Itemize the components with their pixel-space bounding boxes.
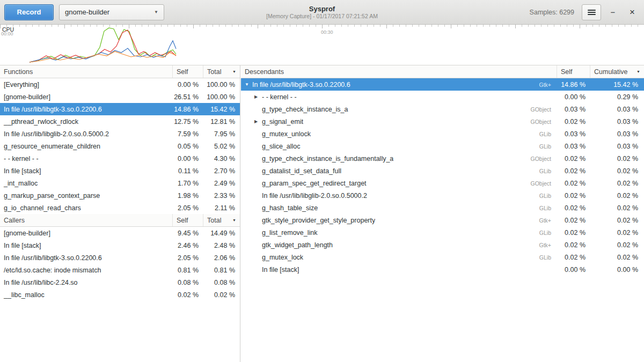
tree-row[interactable]: ▶g_signal_emitGObject0.02 %0.03 % — [241, 115, 644, 128]
function-name: g_markup_parse_context_parse — [0, 192, 173, 200]
function-name: g_mutex_lock — [262, 254, 303, 261]
tree-row[interactable]: In file /usr/lib/libglib-2.0.so.0.5000.2… — [241, 189, 644, 202]
cumulative-percent: 0.29 % — [590, 93, 644, 101]
cpu-series-cpu2 — [30, 41, 176, 62]
self-percent: 0.00 % — [557, 93, 590, 101]
cumulative-column-header[interactable]: Cumulative ▼ — [590, 65, 644, 78]
function-name: g_hash_table_size — [262, 204, 318, 212]
app-title: Sysprof — [309, 5, 335, 13]
self-percent: 0.81 % — [173, 267, 203, 274]
self-column-header[interactable]: Self — [557, 65, 590, 78]
cpu-graph[interactable]: CPU 00:00 00:30 — [0, 25, 644, 65]
total-percent: 12.81 % — [203, 118, 240, 125]
table-row[interactable]: In file /usr/lib/libgtk-3.so.0.2200.614.… — [0, 103, 240, 115]
table-row[interactable]: [gnome-builder]9.45 %14.49 % — [0, 227, 240, 239]
tree-row[interactable]: g_datalist_id_set_data_fullGLib0.02 %0.0… — [241, 165, 644, 177]
descendant-name-cell: g_type_check_instance_is_fundamentally_a… — [241, 155, 557, 162]
function-name: In file /usr/lib/libgtk-3.so.0.2200.6 — [0, 254, 173, 262]
left-panel: Functions Self Total ▼ [Everything]0.00 … — [0, 65, 240, 362]
tree-row[interactable]: g_type_check_instance_is_fundamentally_a… — [241, 152, 644, 165]
expander-icon[interactable]: ▶ — [254, 94, 262, 99]
table-row[interactable]: /etc/ld.so.cache: inode mismatch0.81 %0.… — [0, 264, 240, 276]
expander-icon[interactable]: ▼ — [245, 82, 252, 87]
tree-row[interactable]: g_mutex_lockGLib0.02 %0.02 % — [241, 251, 644, 263]
tree-row[interactable]: g_slice_allocGLib0.03 %0.03 % — [241, 140, 644, 152]
function-name: In file [stack] — [0, 167, 173, 175]
table-row[interactable]: g_markup_parse_context_parse1.98 %2.33 % — [0, 189, 240, 202]
total-percent: 100.00 % — [203, 81, 240, 88]
tree-row[interactable]: In file [stack]0.00 %0.00 % — [241, 263, 644, 276]
descendant-name-cell: gtk_widget_path_lengthGtk+ — [241, 241, 557, 249]
total-percent: 2.11 % — [203, 204, 240, 212]
self-column-header[interactable]: Self — [173, 65, 203, 78]
table-row[interactable]: g_resource_enumerate_children0.05 %5.02 … — [0, 140, 240, 152]
table-row[interactable]: _int_malloc1.70 %2.49 % — [0, 177, 240, 189]
table-row[interactable]: __pthread_rwlock_rdlock12.75 %12.81 % — [0, 115, 240, 128]
total-percent: 0.08 % — [203, 279, 240, 286]
functions-column-header[interactable]: Functions — [0, 65, 173, 78]
descendants-column-header[interactable]: Descendants — [241, 65, 557, 78]
descendant-name-cell: ▼In file /usr/lib/libgtk-3.so.0.2200.6Gt… — [241, 81, 557, 88]
total-column-header[interactable]: Total ▼ — [203, 214, 240, 226]
table-row[interactable]: [Everything]0.00 %100.00 % — [0, 78, 240, 91]
table-row[interactable]: - - kernel - -0.00 %4.30 % — [0, 152, 240, 165]
total-percent: 2.70 % — [203, 167, 240, 175]
sort-indicator-icon: ▼ — [232, 70, 236, 73]
library-tag: GLib — [535, 193, 553, 199]
descendant-name-cell: g_type_check_instance_is_aGObject — [241, 106, 557, 113]
self-column-header[interactable]: Self — [173, 214, 203, 226]
expander-icon[interactable]: ▶ — [254, 119, 262, 124]
tree-row[interactable]: g_type_check_instance_is_aGObject0.03 %0… — [241, 103, 644, 115]
functions-table-header: Functions Self Total ▼ — [0, 65, 240, 78]
tree-row[interactable]: g_list_remove_linkGLib0.02 %0.02 % — [241, 226, 644, 239]
table-row[interactable]: g_io_channel_read_chars2.05 %2.11 % — [0, 202, 240, 214]
library-tag: GObject — [526, 119, 553, 125]
library-tag: GLib — [535, 168, 553, 174]
table-row[interactable]: In file /usr/lib/libglib-2.0.so.0.5000.2… — [0, 128, 240, 140]
library-tag: GLib — [535, 143, 553, 150]
function-name: gtk_widget_path_length — [262, 241, 333, 249]
table-row[interactable]: __libc_malloc0.02 %0.02 % — [0, 289, 240, 301]
close-button[interactable]: × — [625, 5, 640, 20]
menu-button[interactable] — [582, 4, 601, 20]
tree-row[interactable]: gtk_style_provider_get_style_propertyGtk… — [241, 214, 644, 226]
self-percent: 9.45 % — [173, 230, 203, 237]
cumulative-percent: 0.02 % — [590, 180, 644, 187]
self-percent: 0.02 % — [557, 204, 590, 212]
function-name: [gnome-builder] — [0, 93, 173, 101]
cumulative-percent: 0.02 % — [590, 192, 644, 200]
minimize-button[interactable]: − — [605, 5, 620, 20]
tree-row[interactable]: ▶- - kernel - -0.00 %0.29 % — [241, 91, 644, 103]
tree-row[interactable]: g_hash_table_sizeGLib0.02 %0.02 % — [241, 202, 644, 214]
table-row[interactable]: In file /usr/lib/libgtk-3.so.0.2200.62.0… — [0, 252, 240, 264]
descendant-name-cell: g_mutex_lockGLib — [241, 254, 557, 261]
table-row[interactable]: [gnome-builder]26.51 %100.00 % — [0, 91, 240, 103]
descendant-name-cell: g_hash_table_sizeGLib — [241, 204, 557, 212]
table-row[interactable]: In file [stack]2.46 %2.48 % — [0, 239, 240, 252]
timeline-label-start: 00:00 — [1, 31, 13, 36]
callers-column-header[interactable]: Callers — [0, 214, 173, 226]
table-row[interactable]: In file [stack]0.11 %2.70 % — [0, 165, 240, 177]
total-percent: 2.06 % — [203, 254, 240, 262]
tree-row[interactable]: g_param_spec_get_redirect_targetGObject0… — [241, 177, 644, 189]
menu-icon — [588, 9, 596, 16]
process-selector-value: gnome-builder — [65, 8, 109, 16]
header-bar: Record gnome-builder ▼ Sysprof [Memory C… — [0, 0, 644, 25]
self-percent: 0.02 % — [557, 180, 590, 187]
self-percent: 12.75 % — [173, 118, 203, 125]
descendant-name-cell: g_datalist_id_set_data_fullGLib — [241, 167, 557, 175]
function-name: g_type_check_instance_is_a — [262, 106, 348, 113]
library-tag: GLib — [535, 205, 553, 211]
function-name: /etc/ld.so.cache: inode mismatch — [0, 267, 173, 274]
tree-row[interactable]: gtk_widget_path_lengthGtk+0.02 %0.02 % — [241, 239, 644, 251]
total-column-header[interactable]: Total ▼ — [203, 65, 240, 78]
library-tag: GLib — [535, 230, 553, 236]
tree-row[interactable]: g_mutex_unlockGLib0.03 %0.03 % — [241, 128, 644, 140]
record-button[interactable]: Record — [4, 4, 54, 20]
process-selector-dropdown[interactable]: gnome-builder ▼ — [59, 4, 164, 20]
function-name: g_slice_alloc — [262, 143, 301, 150]
tree-row[interactable]: ▼In file /usr/lib/libgtk-3.so.0.2200.6Gt… — [241, 78, 644, 91]
library-tag: GObject — [526, 106, 553, 113]
cumulative-percent: 0.02 % — [590, 241, 644, 249]
table-row[interactable]: In file /usr/lib/libc-2.24.so0.08 %0.08 … — [0, 276, 240, 289]
